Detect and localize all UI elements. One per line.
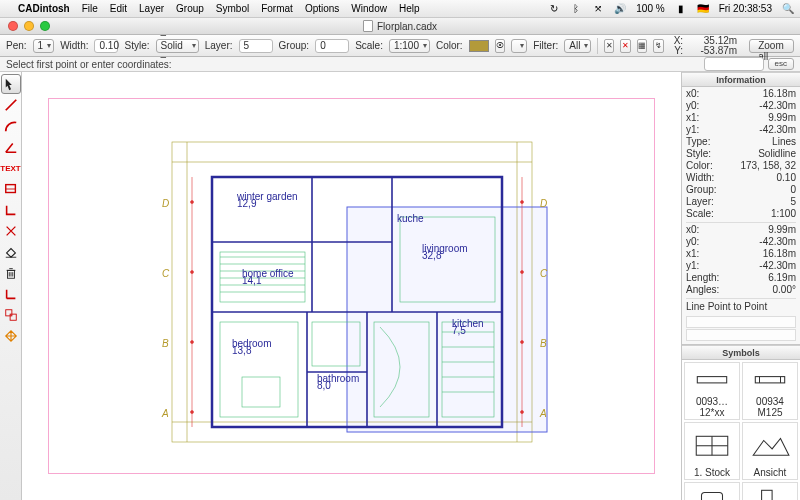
sync-icon: ↻ xyxy=(548,3,560,14)
symbol-item[interactable]: 1. Stock xyxy=(684,422,740,480)
info-row: y1:-42.30m xyxy=(686,260,796,272)
svg-point-42 xyxy=(521,341,524,344)
info-row: Width:0.10 xyxy=(686,172,796,184)
tool-trim[interactable] xyxy=(1,221,21,241)
svg-text:13,8: 13,8 xyxy=(232,345,252,356)
color-mode-select[interactable] xyxy=(511,39,527,53)
info-row: x0:9.99m xyxy=(686,224,796,236)
tool-angle[interactable] xyxy=(1,137,21,157)
snap-endpoint-button[interactable]: ✕ xyxy=(604,39,614,53)
menu-layer[interactable]: Layer xyxy=(139,3,164,14)
tool-arc[interactable] xyxy=(1,116,21,136)
floorplan-drawing: D C B A D C B A winter garden 12,9 home … xyxy=(142,122,562,462)
info-row: Layer:5 xyxy=(686,196,796,208)
tool-trash[interactable] xyxy=(1,263,21,283)
drawing-canvas[interactable]: D C B A D C B A winter garden 12,9 home … xyxy=(22,72,682,500)
minimize-window-button[interactable] xyxy=(24,21,34,31)
svg-point-38 xyxy=(191,341,194,344)
svg-point-41 xyxy=(521,271,524,274)
dim-label-c-right: C xyxy=(540,268,548,279)
tool-group[interactable] xyxy=(1,305,21,325)
group-field[interactable]: 0 xyxy=(315,39,349,53)
color-swatch[interactable] xyxy=(469,40,489,52)
color-label: Color: xyxy=(436,40,463,51)
svg-rect-58 xyxy=(762,491,773,500)
tool-line[interactable] xyxy=(1,95,21,115)
menu-options[interactable]: Options xyxy=(305,3,339,14)
symbol-item[interactable]: Bade…erade xyxy=(684,482,740,500)
app-menu[interactable]: CADintosh xyxy=(18,3,70,14)
info-row: y1:-42.30m xyxy=(686,124,796,136)
tool-pan[interactable] xyxy=(1,326,21,346)
tool-corner[interactable] xyxy=(1,200,21,220)
svg-text:14,1: 14,1 xyxy=(242,275,262,286)
info-rows2: x0:9.99my0:-42.30mx1:16.18my1:-42.30mLen… xyxy=(686,222,796,296)
symbol-item[interactable]: 00934 M125 xyxy=(742,362,798,420)
menu-file[interactable]: File xyxy=(82,3,98,14)
command-input[interactable] xyxy=(704,57,764,71)
document-icon xyxy=(363,20,373,32)
dim-label-d-left: D xyxy=(162,198,169,209)
scale-label: Scale: xyxy=(355,40,383,51)
dim-label-d-right: D xyxy=(540,198,547,209)
room-kuche: kuche xyxy=(397,213,424,224)
style-select[interactable]: – Solid – xyxy=(156,39,199,53)
snap-intersection-button[interactable]: ✕ xyxy=(620,39,630,53)
svg-point-36 xyxy=(191,201,194,204)
close-window-button[interactable] xyxy=(8,21,18,31)
coord-y-value: -53.87m xyxy=(693,46,737,56)
color-picker-button[interactable]: ⦿ xyxy=(495,39,505,53)
filter-select[interactable]: All xyxy=(564,39,591,53)
svg-text:32,8: 32,8 xyxy=(422,250,442,261)
tool-rect[interactable] xyxy=(1,179,21,199)
symbol-item[interactable]: Bade…rank1 xyxy=(742,482,798,500)
battery-status: 100 % xyxy=(636,3,664,14)
snap-grid-button[interactable]: ▦ xyxy=(637,39,647,53)
symbol-item[interactable]: Ansicht xyxy=(742,422,798,480)
dim-label-a-left: A xyxy=(161,408,169,419)
tool-erase[interactable] xyxy=(1,242,21,262)
svg-point-43 xyxy=(521,411,524,414)
symbol-item[interactable]: 0093…12*xx xyxy=(684,362,740,420)
battery-icon: ▮ xyxy=(675,3,687,14)
info-row: y0:-42.30m xyxy=(686,100,796,112)
menu-format[interactable]: Format xyxy=(261,3,293,14)
spotlight-icon[interactable]: 🔍 xyxy=(782,3,794,14)
menubar: CADintosh File Edit Layer Group Symbol F… xyxy=(0,0,800,18)
svg-point-40 xyxy=(521,201,524,204)
width-field[interactable]: 0.10 xyxy=(94,39,118,53)
info-panel: x0:16.18my0:-42.30mx1:9.99my1:-42.30mTyp… xyxy=(682,87,800,345)
zoom-window-button[interactable] xyxy=(40,21,50,31)
menu-window[interactable]: Window xyxy=(351,3,387,14)
menu-help[interactable]: Help xyxy=(399,3,420,14)
info-row: x1:9.99m xyxy=(686,112,796,124)
scale-select[interactable]: 1:100 xyxy=(389,39,430,53)
svg-point-37 xyxy=(191,271,194,274)
zoom-all-button[interactable]: Zoom all xyxy=(749,39,794,53)
bluetooth-icon: ᛒ xyxy=(570,3,582,14)
filter-label: Filter: xyxy=(533,40,558,51)
menu-symbol[interactable]: Symbol xyxy=(216,3,249,14)
input-flag[interactable]: 🇩🇪 xyxy=(697,3,709,14)
snap-axis-button[interactable]: ↯ xyxy=(653,39,663,53)
info-panel-header: Information xyxy=(682,72,800,87)
svg-text:8,0: 8,0 xyxy=(317,380,331,391)
layer-field[interactable]: 5 xyxy=(239,39,273,53)
layer-label: Layer: xyxy=(205,40,233,51)
esc-button[interactable]: esc xyxy=(768,58,794,70)
menu-group[interactable]: Group xyxy=(176,3,204,14)
menu-edit[interactable]: Edit xyxy=(110,3,127,14)
info-rows1: x0:16.18my0:-42.30mx1:9.99my1:-42.30mTyp… xyxy=(686,88,796,220)
info-row: x1:16.18m xyxy=(686,248,796,260)
style-label: Style: xyxy=(124,40,149,51)
coord-y-label: Y: xyxy=(674,45,683,56)
tool-pointer[interactable] xyxy=(1,74,21,94)
pen-select[interactable]: 1 xyxy=(33,39,55,53)
dim-label-a-right: A xyxy=(539,408,547,419)
svg-rect-31 xyxy=(220,322,298,417)
status-prompt: Select first point or enter coordinates: xyxy=(6,59,172,70)
tool-ortho[interactable] xyxy=(1,284,21,304)
tool-text[interactable]: TEXT xyxy=(1,158,21,178)
info-row: Type:Lines xyxy=(686,136,796,148)
menubar-clock[interactable]: Fri 20:38:53 xyxy=(719,3,772,14)
